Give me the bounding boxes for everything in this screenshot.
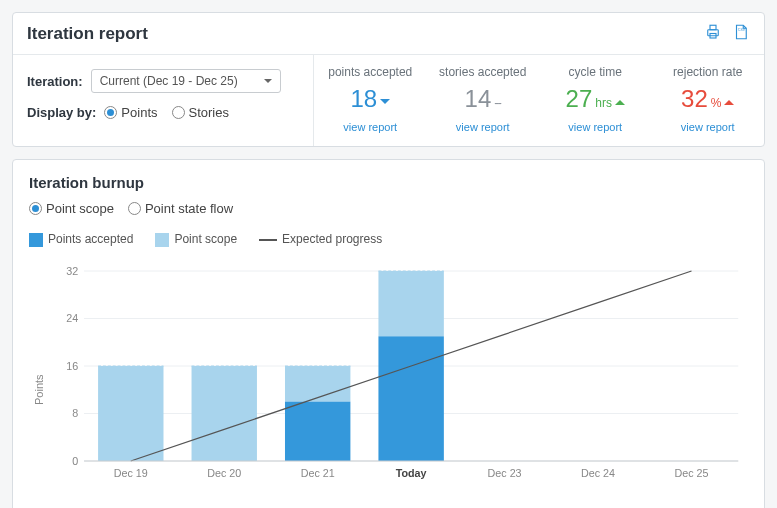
metric-value: 14 -- (465, 85, 501, 113)
burnup-title: Iteration burnup (29, 174, 748, 191)
svg-rect-0 (708, 30, 719, 36)
header-actions: CSV (704, 23, 750, 44)
metric-label: rejection rate (658, 65, 759, 79)
view-report-link[interactable]: view report (658, 121, 759, 133)
svg-text:Dec 19: Dec 19 (114, 467, 148, 479)
svg-text:Dec 23: Dec 23 (488, 467, 522, 479)
legend-scope: Point scope (155, 232, 237, 247)
radio-label: Point state flow (145, 201, 233, 216)
display-by-label: Display by: (27, 105, 96, 120)
metric-rejection-rate: rejection rate 32% view report (652, 55, 765, 146)
metric-points-accepted: points accepted 18 view report (314, 55, 427, 146)
export-csv-icon[interactable]: CSV (732, 23, 750, 44)
metric-label: cycle time (545, 65, 646, 79)
svg-rect-1 (710, 25, 716, 30)
view-report-link[interactable]: view report (320, 121, 421, 133)
print-icon[interactable] (704, 23, 722, 44)
radio-label: Stories (189, 105, 229, 120)
burnup-panel: Iteration burnup Point scope Point state… (12, 159, 765, 508)
left-controls: Iteration: Current (Dec 19 - Dec 25) Dis… (13, 55, 313, 146)
display-by-points-radio[interactable]: Points (104, 105, 157, 120)
view-report-link[interactable]: view report (545, 121, 646, 133)
svg-text:16: 16 (66, 360, 78, 372)
iteration-select[interactable]: Current (Dec 19 - Dec 25) (91, 69, 281, 93)
iteration-selected-value: Current (Dec 19 - Dec 25) (100, 74, 238, 88)
display-by-stories-radio[interactable]: Stories (172, 105, 229, 120)
trend-up-icon (615, 95, 625, 105)
controls-row: Iteration: Current (Dec 19 - Dec 25) Dis… (13, 55, 764, 146)
swatch-scope-icon (155, 233, 169, 247)
point-scope-radio[interactable]: Point scope (29, 201, 114, 216)
svg-rect-9 (98, 366, 163, 461)
trend-down-icon (380, 99, 390, 109)
trend-up-icon (724, 95, 734, 105)
metric-stories-accepted: stories accepted 14 -- view report (427, 55, 540, 146)
trend-flat-icon: -- (494, 95, 501, 110)
metric-cycle-time: cycle time 27hrs view report (539, 55, 652, 146)
radio-dot-icon (128, 202, 141, 215)
chart-area: Points 08162432 Dec 19Dec 20Dec 21TodayD… (29, 261, 748, 508)
metric-value: 32% (681, 85, 734, 113)
svg-text:Dec 21: Dec 21 (301, 467, 335, 479)
svg-text:Dec 24: Dec 24 (581, 467, 615, 479)
view-report-link[interactable]: view report (433, 121, 534, 133)
radio-label: Points (121, 105, 157, 120)
svg-text:8: 8 (72, 407, 78, 419)
svg-text:Dec 25: Dec 25 (675, 467, 709, 479)
radio-dot-icon (29, 202, 42, 215)
metrics-row: points accepted 18 view report stories a… (313, 55, 764, 146)
legend-expected: Expected progress (259, 232, 382, 246)
swatch-line-icon (259, 239, 277, 241)
chart-legend: Points accepted Point scope Expected pro… (29, 232, 748, 247)
point-state-flow-radio[interactable]: Point state flow (128, 201, 233, 216)
metric-value: 27hrs (566, 85, 625, 113)
svg-rect-15 (285, 401, 350, 460)
y-axis-label: Points (29, 261, 45, 508)
radio-dot-icon (172, 106, 185, 119)
radio-label: Point scope (46, 201, 114, 216)
iteration-report-panel: Iteration report CSV Iteration: Current … (12, 12, 765, 147)
svg-rect-11 (192, 366, 257, 461)
panel-header: Iteration report CSV (13, 13, 764, 55)
svg-rect-16 (378, 271, 443, 336)
svg-text:CSV: CSV (738, 28, 746, 32)
burnup-chart: 08162432 Dec 19Dec 20Dec 21TodayDec 23De… (45, 261, 748, 501)
metric-label: stories accepted (433, 65, 534, 79)
page-title: Iteration report (27, 24, 148, 44)
burnup-view-group: Point scope Point state flow (29, 201, 748, 216)
metric-label: points accepted (320, 65, 421, 79)
svg-rect-13 (285, 366, 350, 402)
svg-text:32: 32 (66, 265, 78, 277)
svg-text:Dec 20: Dec 20 (207, 467, 241, 479)
swatch-accepted-icon (29, 233, 43, 247)
display-by-group: Points Stories (104, 105, 229, 120)
radio-dot-icon (104, 106, 117, 119)
svg-text:Today: Today (396, 467, 427, 479)
legend-accepted: Points accepted (29, 232, 133, 247)
svg-rect-18 (378, 336, 443, 461)
iteration-label: Iteration: (27, 74, 83, 89)
metric-value: 18 (350, 85, 390, 113)
svg-text:24: 24 (66, 312, 78, 324)
svg-text:0: 0 (72, 455, 78, 467)
